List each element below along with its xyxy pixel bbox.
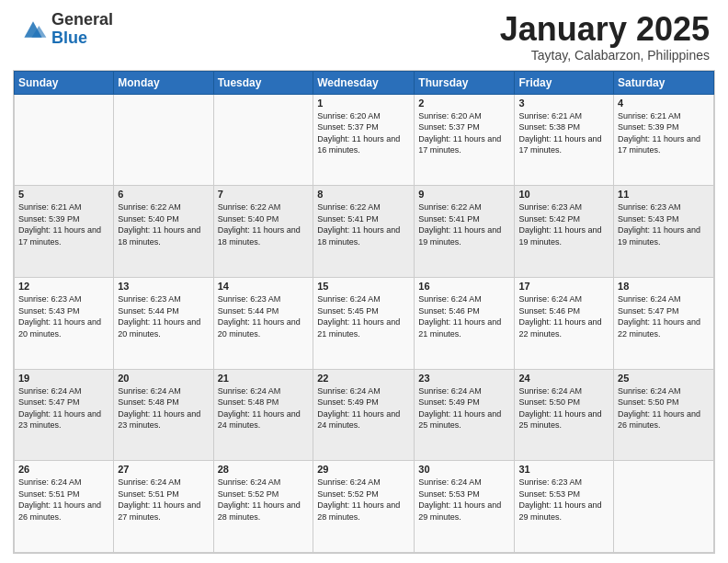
weekday-header-cell: Monday [114,71,213,94]
calendar-cell: 14Sunrise: 6:23 AM Sunset: 5:44 PM Dayli… [213,277,313,369]
calendar-cell: 8Sunrise: 6:22 AM Sunset: 5:41 PM Daylig… [313,186,415,278]
day-info: Sunrise: 6:24 AM Sunset: 5:51 PM Dayligh… [18,477,109,523]
day-number: 23 [418,373,510,384]
calendar-week-row: 26Sunrise: 6:24 AM Sunset: 5:51 PM Dayli… [15,461,714,553]
day-info: Sunrise: 6:20 AM Sunset: 5:37 PM Dayligh… [418,110,510,156]
weekday-header-cell: Sunday [15,71,114,94]
calendar-cell: 28Sunrise: 6:24 AM Sunset: 5:52 PM Dayli… [213,461,313,553]
calendar-cell: 19Sunrise: 6:24 AM Sunset: 5:47 PM Dayli… [15,369,114,461]
logo: General Blue [18,11,113,48]
day-number: 27 [118,464,209,475]
calendar-cell: 26Sunrise: 6:24 AM Sunset: 5:51 PM Dayli… [15,461,114,553]
calendar-cell: 17Sunrise: 6:24 AM Sunset: 5:46 PM Dayli… [515,277,614,369]
day-info: Sunrise: 6:21 AM Sunset: 5:38 PM Dayligh… [518,110,609,156]
calendar-cell: 24Sunrise: 6:24 AM Sunset: 5:50 PM Dayli… [515,369,614,461]
calendar-cell: 21Sunrise: 6:24 AM Sunset: 5:48 PM Dayli… [213,369,313,461]
day-info: Sunrise: 6:22 AM Sunset: 5:41 PM Dayligh… [418,201,510,247]
day-number: 28 [218,464,310,475]
day-info: Sunrise: 6:22 AM Sunset: 5:41 PM Dayligh… [317,201,410,247]
day-info: Sunrise: 6:23 AM Sunset: 5:44 PM Dayligh… [218,293,310,339]
day-info: Sunrise: 6:24 AM Sunset: 5:46 PM Dayligh… [518,293,609,339]
day-number: 15 [317,281,410,292]
weekday-header-cell: Thursday [415,71,515,94]
calendar-cell: 7Sunrise: 6:22 AM Sunset: 5:40 PM Daylig… [213,186,313,278]
page: General Blue January 2025 Taytay, Calaba… [0,0,728,563]
calendar-cell: 23Sunrise: 6:24 AM Sunset: 5:49 PM Dayli… [415,369,515,461]
day-number: 30 [418,464,510,475]
day-number: 24 [518,373,609,384]
calendar-cell: 29Sunrise: 6:24 AM Sunset: 5:52 PM Dayli… [313,461,415,553]
day-number: 11 [618,189,710,200]
day-number: 5 [18,189,109,200]
day-info: Sunrise: 6:24 AM Sunset: 5:51 PM Dayligh… [118,477,209,523]
day-number: 22 [317,373,410,384]
calendar-week-row: 19Sunrise: 6:24 AM Sunset: 5:47 PM Dayli… [15,369,714,461]
day-number: 10 [518,189,609,200]
calendar-table: SundayMondayTuesdayWednesdayThursdayFrid… [14,71,714,553]
day-info: Sunrise: 6:23 AM Sunset: 5:43 PM Dayligh… [618,201,710,247]
calendar-cell: 30Sunrise: 6:24 AM Sunset: 5:53 PM Dayli… [415,461,515,553]
calendar-cell: 10Sunrise: 6:23 AM Sunset: 5:42 PM Dayli… [515,186,614,278]
calendar-cell: 13Sunrise: 6:23 AM Sunset: 5:44 PM Dayli… [114,277,213,369]
day-info: Sunrise: 6:24 AM Sunset: 5:48 PM Dayligh… [118,385,209,431]
day-info: Sunrise: 6:22 AM Sunset: 5:40 PM Dayligh… [218,201,310,247]
day-number: 19 [18,373,109,384]
day-number: 7 [218,189,310,200]
calendar-cell: 2Sunrise: 6:20 AM Sunset: 5:37 PM Daylig… [415,94,515,186]
logo-text: General Blue [51,11,113,48]
header: General Blue January 2025 Taytay, Calaba… [0,0,728,70]
calendar-cell: 16Sunrise: 6:24 AM Sunset: 5:46 PM Dayli… [415,277,515,369]
day-number: 1 [317,98,410,109]
calendar-cell [614,461,714,553]
day-info: Sunrise: 6:24 AM Sunset: 5:48 PM Dayligh… [218,385,310,431]
day-number: 21 [218,373,310,384]
calendar-cell: 18Sunrise: 6:24 AM Sunset: 5:47 PM Dayli… [614,277,714,369]
day-info: Sunrise: 6:24 AM Sunset: 5:47 PM Dayligh… [618,293,710,339]
calendar-cell: 31Sunrise: 6:23 AM Sunset: 5:53 PM Dayli… [515,461,614,553]
day-number: 29 [317,464,410,475]
day-number: 6 [118,189,209,200]
calendar-subtitle: Taytay, Calabarzon, Philippines [500,48,710,63]
day-number: 14 [218,281,310,292]
day-info: Sunrise: 6:23 AM Sunset: 5:44 PM Dayligh… [118,293,209,339]
calendar-cell: 6Sunrise: 6:22 AM Sunset: 5:40 PM Daylig… [114,186,213,278]
calendar-cell: 4Sunrise: 6:21 AM Sunset: 5:39 PM Daylig… [614,94,714,186]
calendar-header: SundayMondayTuesdayWednesdayThursdayFrid… [15,71,714,94]
title-block: January 2025 Taytay, Calabarzon, Philipp… [500,11,710,63]
day-info: Sunrise: 6:24 AM Sunset: 5:52 PM Dayligh… [218,477,310,523]
day-number: 8 [317,189,410,200]
calendar-cell: 15Sunrise: 6:24 AM Sunset: 5:45 PM Dayli… [313,277,415,369]
day-info: Sunrise: 6:20 AM Sunset: 5:37 PM Dayligh… [317,110,410,156]
day-info: Sunrise: 6:22 AM Sunset: 5:40 PM Dayligh… [118,201,209,247]
calendar-cell [15,94,114,186]
day-info: Sunrise: 6:24 AM Sunset: 5:52 PM Dayligh… [317,477,410,523]
weekday-header-row: SundayMondayTuesdayWednesdayThursdayFrid… [15,71,714,94]
day-number: 26 [18,464,109,475]
day-number: 12 [18,281,109,292]
calendar-cell: 27Sunrise: 6:24 AM Sunset: 5:51 PM Dayli… [114,461,213,553]
day-number: 4 [618,98,710,109]
day-number: 9 [418,189,510,200]
day-info: Sunrise: 6:24 AM Sunset: 5:49 PM Dayligh… [317,385,410,431]
weekday-header-cell: Friday [515,71,614,94]
day-info: Sunrise: 6:24 AM Sunset: 5:45 PM Dayligh… [317,293,410,339]
calendar-cell: 12Sunrise: 6:23 AM Sunset: 5:43 PM Dayli… [15,277,114,369]
day-info: Sunrise: 6:21 AM Sunset: 5:39 PM Dayligh… [618,110,710,156]
day-info: Sunrise: 6:24 AM Sunset: 5:50 PM Dayligh… [618,385,710,431]
calendar-cell [213,94,313,186]
weekday-header-cell: Saturday [614,71,714,94]
day-number: 17 [518,281,609,292]
calendar-week-row: 5Sunrise: 6:21 AM Sunset: 5:39 PM Daylig… [15,186,714,278]
day-number: 16 [418,281,510,292]
day-info: Sunrise: 6:24 AM Sunset: 5:53 PM Dayligh… [418,477,510,523]
day-info: Sunrise: 6:24 AM Sunset: 5:50 PM Dayligh… [518,385,609,431]
day-info: Sunrise: 6:24 AM Sunset: 5:46 PM Dayligh… [418,293,510,339]
day-number: 13 [118,281,209,292]
day-number: 2 [418,98,510,109]
day-info: Sunrise: 6:23 AM Sunset: 5:53 PM Dayligh… [518,477,609,523]
calendar-cell: 3Sunrise: 6:21 AM Sunset: 5:38 PM Daylig… [515,94,614,186]
day-info: Sunrise: 6:24 AM Sunset: 5:47 PM Dayligh… [18,385,109,431]
calendar-cell: 5Sunrise: 6:21 AM Sunset: 5:39 PM Daylig… [15,186,114,278]
day-number: 20 [118,373,209,384]
calendar: SundayMondayTuesdayWednesdayThursdayFrid… [13,70,715,554]
